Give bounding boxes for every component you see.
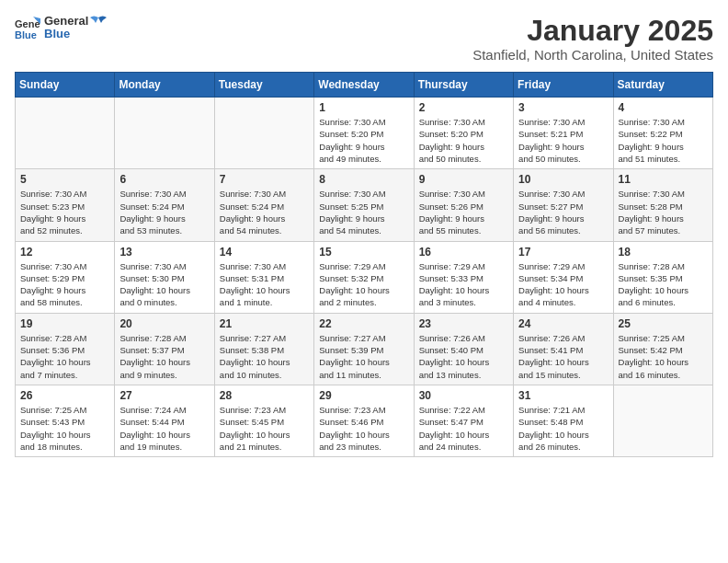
- day-number: 11: [619, 173, 708, 186]
- day-info: Sunrise: 7:29 AM Sunset: 5:34 PM Dayligh…: [518, 260, 608, 309]
- calendar-table: SundayMondayTuesdayWednesdayThursdayFrid…: [15, 72, 713, 457]
- day-info: Sunrise: 7:28 AM Sunset: 5:35 PM Dayligh…: [619, 260, 708, 309]
- day-info: Sunrise: 7:30 AM Sunset: 5:21 PM Dayligh…: [518, 116, 608, 165]
- day-number: 9: [419, 173, 508, 186]
- day-info: Sunrise: 7:27 AM Sunset: 5:39 PM Dayligh…: [319, 332, 408, 381]
- logo: General Blue General Blue: [15, 15, 107, 41]
- day-info: Sunrise: 7:24 AM Sunset: 5:44 PM Dayligh…: [119, 404, 209, 453]
- day-info: Sunrise: 7:27 AM Sunset: 5:38 PM Dayligh…: [220, 332, 309, 381]
- day-number: 20: [119, 317, 209, 330]
- day-info: Sunrise: 7:30 AM Sunset: 5:27 PM Dayligh…: [518, 188, 608, 236]
- weekday-header-saturday: Saturday: [613, 73, 712, 98]
- day-info: Sunrise: 7:30 AM Sunset: 5:24 PM Dayligh…: [119, 188, 209, 236]
- calendar-cell: 12Sunrise: 7:30 AM Sunset: 5:29 PM Dayli…: [16, 241, 115, 313]
- calendar-cell: 30Sunrise: 7:22 AM Sunset: 5:47 PM Dayli…: [414, 385, 513, 456]
- day-number: 3: [518, 101, 608, 114]
- calendar-cell: 4Sunrise: 7:30 AM Sunset: 5:22 PM Daylig…: [613, 98, 712, 169]
- calendar-cell: 29Sunrise: 7:23 AM Sunset: 5:46 PM Dayli…: [314, 385, 414, 456]
- calendar-cell: [214, 98, 313, 169]
- day-number: 2: [419, 101, 508, 114]
- day-info: Sunrise: 7:25 AM Sunset: 5:42 PM Dayligh…: [619, 332, 708, 381]
- calendar-cell: 28Sunrise: 7:23 AM Sunset: 5:45 PM Dayli…: [214, 385, 313, 456]
- weekday-header-friday: Friday: [514, 73, 613, 98]
- day-info: Sunrise: 7:29 AM Sunset: 5:33 PM Dayligh…: [419, 260, 508, 309]
- calendar-cell: 23Sunrise: 7:26 AM Sunset: 5:40 PM Dayli…: [414, 313, 513, 385]
- day-number: 31: [518, 389, 608, 402]
- day-number: 8: [319, 173, 408, 186]
- day-number: 13: [119, 246, 209, 259]
- weekday-header-wednesday: Wednesday: [314, 73, 414, 98]
- day-number: 29: [319, 389, 408, 402]
- day-info: Sunrise: 7:28 AM Sunset: 5:36 PM Dayligh…: [20, 332, 109, 381]
- day-info: Sunrise: 7:23 AM Sunset: 5:46 PM Dayligh…: [319, 404, 408, 453]
- calendar-cell: 3Sunrise: 7:30 AM Sunset: 5:21 PM Daylig…: [514, 98, 613, 169]
- day-info: Sunrise: 7:21 AM Sunset: 5:48 PM Dayligh…: [518, 404, 608, 453]
- day-info: Sunrise: 7:30 AM Sunset: 5:30 PM Dayligh…: [119, 260, 209, 309]
- calendar-cell: 20Sunrise: 7:28 AM Sunset: 5:37 PM Dayli…: [115, 313, 214, 385]
- day-number: 19: [20, 317, 109, 330]
- day-number: 4: [619, 101, 708, 114]
- day-info: Sunrise: 7:23 AM Sunset: 5:45 PM Dayligh…: [220, 404, 309, 453]
- weekday-header-sunday: Sunday: [16, 73, 115, 98]
- day-info: Sunrise: 7:30 AM Sunset: 5:20 PM Dayligh…: [319, 116, 408, 165]
- calendar-cell: [16, 98, 115, 169]
- calendar-cell: 24Sunrise: 7:26 AM Sunset: 5:41 PM Dayli…: [514, 313, 613, 385]
- logo-general-text: General: [44, 15, 88, 28]
- day-info: Sunrise: 7:30 AM Sunset: 5:31 PM Dayligh…: [220, 260, 309, 309]
- day-info: Sunrise: 7:22 AM Sunset: 5:47 PM Dayligh…: [419, 404, 508, 453]
- calendar-cell: 9Sunrise: 7:30 AM Sunset: 5:26 PM Daylig…: [414, 169, 513, 241]
- calendar-cell: 14Sunrise: 7:30 AM Sunset: 5:31 PM Dayli…: [214, 241, 313, 313]
- calendar-cell: 21Sunrise: 7:27 AM Sunset: 5:38 PM Dayli…: [214, 313, 313, 385]
- calendar-cell: 2Sunrise: 7:30 AM Sunset: 5:20 PM Daylig…: [414, 98, 513, 169]
- day-number: 1: [319, 101, 408, 114]
- calendar-cell: 17Sunrise: 7:29 AM Sunset: 5:34 PM Dayli…: [514, 241, 613, 313]
- calendar-cell: 19Sunrise: 7:28 AM Sunset: 5:36 PM Dayli…: [16, 313, 115, 385]
- title-area: January 2025 Stanfield, North Carolina, …: [472, 15, 713, 63]
- calendar-cell: 5Sunrise: 7:30 AM Sunset: 5:23 PM Daylig…: [16, 169, 115, 241]
- svg-text:Blue: Blue: [15, 29, 37, 40]
- calendar-cell: 1Sunrise: 7:30 AM Sunset: 5:20 PM Daylig…: [314, 98, 414, 169]
- day-number: 7: [220, 173, 309, 186]
- day-number: 6: [119, 173, 209, 186]
- day-number: 22: [319, 317, 408, 330]
- day-info: Sunrise: 7:30 AM Sunset: 5:23 PM Dayligh…: [20, 188, 109, 236]
- day-info: Sunrise: 7:26 AM Sunset: 5:41 PM Dayligh…: [518, 332, 608, 381]
- day-number: 5: [20, 173, 109, 186]
- day-info: Sunrise: 7:30 AM Sunset: 5:29 PM Dayligh…: [20, 260, 109, 309]
- day-number: 25: [619, 317, 708, 330]
- day-number: 17: [518, 246, 608, 259]
- calendar-cell: 16Sunrise: 7:29 AM Sunset: 5:33 PM Dayli…: [414, 241, 513, 313]
- day-info: Sunrise: 7:28 AM Sunset: 5:37 PM Dayligh…: [119, 332, 209, 381]
- day-number: 10: [518, 173, 608, 186]
- calendar-cell: 15Sunrise: 7:29 AM Sunset: 5:32 PM Dayli…: [314, 241, 414, 313]
- calendar-cell: 6Sunrise: 7:30 AM Sunset: 5:24 PM Daylig…: [115, 169, 214, 241]
- calendar-cell: 8Sunrise: 7:30 AM Sunset: 5:25 PM Daylig…: [314, 169, 414, 241]
- calendar-cell: 31Sunrise: 7:21 AM Sunset: 5:48 PM Dayli…: [514, 385, 613, 456]
- day-number: 24: [518, 317, 608, 330]
- weekday-header-monday: Monday: [115, 73, 214, 98]
- day-info: Sunrise: 7:25 AM Sunset: 5:43 PM Dayligh…: [20, 404, 109, 453]
- day-number: 27: [119, 389, 209, 402]
- day-number: 15: [319, 246, 408, 259]
- weekday-header-tuesday: Tuesday: [214, 73, 313, 98]
- calendar-cell: 7Sunrise: 7:30 AM Sunset: 5:24 PM Daylig…: [214, 169, 313, 241]
- logo-icon: General Blue: [15, 15, 40, 40]
- day-info: Sunrise: 7:30 AM Sunset: 5:26 PM Dayligh…: [419, 188, 508, 236]
- day-info: Sunrise: 7:30 AM Sunset: 5:20 PM Dayligh…: [419, 116, 508, 165]
- calendar-cell: [613, 385, 712, 456]
- calendar-cell: 18Sunrise: 7:28 AM Sunset: 5:35 PM Dayli…: [613, 241, 712, 313]
- day-number: 12: [20, 246, 109, 259]
- logo-blue-text: Blue: [44, 28, 88, 40]
- calendar-cell: 13Sunrise: 7:30 AM Sunset: 5:30 PM Dayli…: [115, 241, 214, 313]
- day-info: Sunrise: 7:26 AM Sunset: 5:40 PM Dayligh…: [419, 332, 508, 381]
- logo-bird-icon: [90, 15, 107, 31]
- calendar-cell: 10Sunrise: 7:30 AM Sunset: 5:27 PM Dayli…: [514, 169, 613, 241]
- calendar-cell: 27Sunrise: 7:24 AM Sunset: 5:44 PM Dayli…: [115, 385, 214, 456]
- day-info: Sunrise: 7:29 AM Sunset: 5:32 PM Dayligh…: [319, 260, 408, 309]
- calendar-cell: 25Sunrise: 7:25 AM Sunset: 5:42 PM Dayli…: [613, 313, 712, 385]
- location-title: Stanfield, North Carolina, United States: [472, 47, 713, 63]
- month-title: January 2025: [472, 15, 713, 47]
- day-info: Sunrise: 7:30 AM Sunset: 5:24 PM Dayligh…: [220, 188, 309, 236]
- day-number: 23: [419, 317, 508, 330]
- day-number: 28: [220, 389, 309, 402]
